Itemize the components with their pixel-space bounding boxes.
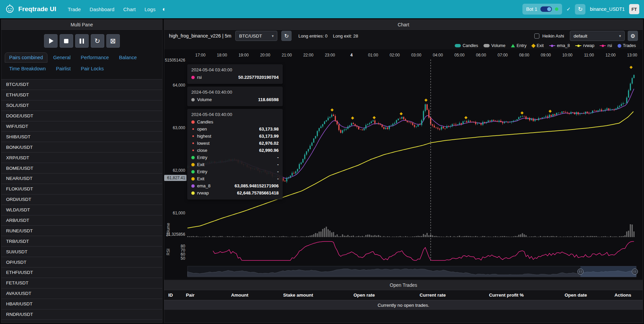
pair-list-item[interactable]: SHIB/USDT xyxy=(1,132,162,142)
svg-text:Volume: Volume xyxy=(166,223,171,236)
candles-marker-icon xyxy=(455,44,461,47)
chart-settings-button[interactable]: ⚙ xyxy=(628,31,638,41)
freqtrade-logo-icon xyxy=(5,3,15,15)
pair-list-item[interactable]: FLOKI/USDT xyxy=(1,184,162,194)
svg-text:09:00: 09:00 xyxy=(541,53,551,57)
strategy-label: high_frog_binance_v226 | 5m xyxy=(169,33,231,39)
svg-text:08:00: 08:00 xyxy=(519,53,529,57)
legend-item-trades[interactable]: Trades xyxy=(618,43,636,48)
theme-toggle-icon[interactable]: ◐ xyxy=(162,6,166,13)
refresh-icon: ↻ xyxy=(284,33,289,39)
pair-list-item[interactable]: RUNE/USDT xyxy=(1,226,162,236)
bot-name: Bot 1 xyxy=(526,6,537,12)
open-trades-panel: Open Trades IDPairAmountStake amountOpen… xyxy=(164,280,643,310)
column-header-amount: Amount xyxy=(214,293,265,298)
tab-balance[interactable]: Balance xyxy=(115,52,141,63)
pair-list-item[interactable]: HBAR/USDT xyxy=(1,299,162,309)
reload-config-button[interactable]: ↻ xyxy=(91,34,104,48)
pair-list-item[interactable]: XRP/USDT xyxy=(1,153,162,163)
pause-button[interactable] xyxy=(75,34,89,48)
chart-canvas: 51505142664,00063,00062,00061,00021,3258… xyxy=(164,49,643,279)
bot-selector[interactable]: Bot 1 xyxy=(522,4,562,15)
tab-performance[interactable]: Performance xyxy=(77,52,113,63)
chart-toolbar: high_frog_binance_v226 | 5m BTC/USDT ▾ ↻… xyxy=(164,30,643,42)
overlay-lines xyxy=(188,89,634,260)
legend-item-candles[interactable]: Candles xyxy=(455,43,478,48)
svg-text:20:00: 20:00 xyxy=(260,53,270,57)
svg-text:50: 50 xyxy=(181,256,186,261)
svg-text:03:00: 03:00 xyxy=(411,53,421,57)
tab-pairlist[interactable]: Pairlist xyxy=(51,64,75,74)
datazoom-slider[interactable] xyxy=(188,266,638,277)
nav-item-trade[interactable]: Trade xyxy=(68,6,81,12)
svg-text:64,000: 64,000 xyxy=(173,83,185,88)
volume-bars xyxy=(187,224,635,237)
svg-text:21:00: 21:00 xyxy=(282,53,292,57)
pair-list-item[interactable]: ORDI/USDT xyxy=(1,194,162,205)
column-header-pair: Pair xyxy=(186,293,214,298)
pair-list-item[interactable]: TRB/USDT xyxy=(1,236,162,247)
pair-list-item[interactable]: FET/USDT xyxy=(1,278,162,288)
pair-list-item[interactable]: SOL/USDT xyxy=(1,100,162,111)
pair-list-item[interactable]: WLD/USDT xyxy=(1,205,162,215)
pair-list-item[interactable]: BOME/USDT xyxy=(1,163,162,173)
stop-button[interactable] xyxy=(60,34,73,48)
svg-text:61,827.41: 61,827.41 xyxy=(167,176,186,180)
heikin-ashi-checkbox[interactable] xyxy=(534,33,539,39)
tab-time-breakdown[interactable]: Time Breakdown xyxy=(5,64,50,74)
chart-title: Chart xyxy=(164,20,643,30)
price-chart[interactable]: 51505142664,00063,00062,00061,00021,3258… xyxy=(164,49,643,279)
start-button[interactable] xyxy=(44,34,58,48)
pair-list-item[interactable]: BONK/USDT xyxy=(1,142,162,153)
long-exits-label: Long exit: 28 xyxy=(333,33,358,39)
pair-list-item[interactable]: NEAR/USDT xyxy=(1,173,162,184)
datazoom-handle xyxy=(578,269,583,275)
pair-select[interactable]: BTC/USDT ▾ xyxy=(235,31,277,41)
tab-pairs-combined[interactable]: Pairs combined xyxy=(5,52,47,63)
plot-config-select[interactable]: default ▾ xyxy=(570,31,625,41)
pair-list-item[interactable]: SUI/USDT xyxy=(1,247,162,257)
svg-text:06:00: 06:00 xyxy=(476,53,486,57)
legend-item-ema_8[interactable]: ema_8 xyxy=(549,43,570,48)
svg-text:19:00: 19:00 xyxy=(238,53,249,57)
cancel-open-orders-button[interactable]: ⊠ xyxy=(106,34,120,48)
pair-list-item[interactable]: AR/USDT xyxy=(1,320,162,323)
multi-pane-title: Multi Pane xyxy=(1,20,162,30)
stop-icon xyxy=(64,39,68,43)
svg-text:17:00: 17:00 xyxy=(195,53,206,57)
svg-text:04:00: 04:00 xyxy=(433,53,443,57)
legend-label: rvwap xyxy=(583,43,594,48)
pair-list-item[interactable]: ARB/USDT xyxy=(1,215,162,226)
pair-list-item[interactable]: RNDR/USDT xyxy=(1,309,162,320)
pair-list-item[interactable]: ETH/USDT xyxy=(1,90,162,100)
avatar[interactable]: FT xyxy=(629,4,639,14)
svg-text:61,000: 61,000 xyxy=(173,211,185,215)
exit-marker-icon xyxy=(531,44,536,48)
tab-pair-locks[interactable]: Pair Locks xyxy=(77,64,108,74)
tab-general[interactable]: General xyxy=(49,52,75,63)
nav-item-chart[interactable]: Chart xyxy=(123,6,136,12)
pair-list: BTC/USDTETH/USDTSOL/USDTDOGE/USDTWIF/USD… xyxy=(1,79,162,323)
pair-list-item[interactable]: DOGE/USDT xyxy=(1,111,162,121)
chart-refresh-button[interactable]: ↻ xyxy=(281,31,292,41)
pair-list-item[interactable]: BTC/USDT xyxy=(1,79,162,90)
pair-list-item[interactable]: ETHFI/USDT xyxy=(1,268,162,278)
legend-label: Exit xyxy=(537,43,544,48)
pair-list-item[interactable]: OP/USDT xyxy=(1,257,162,268)
legend-item-rvwap[interactable]: rvwap xyxy=(575,43,594,48)
bot-toggle[interactable] xyxy=(540,6,552,12)
pair-list-item[interactable]: WIF/USDT xyxy=(1,121,162,132)
nav-item-logs[interactable]: Logs xyxy=(145,6,156,12)
chart-legend: CandlesVolumeEntryExitema_8rvwaprsiTrade… xyxy=(164,42,643,49)
play-icon xyxy=(49,38,53,44)
svg-text:RSI: RSI xyxy=(166,249,171,255)
legend-item-rsi[interactable]: rsi xyxy=(600,43,612,48)
legend-item-exit[interactable]: Exit xyxy=(532,43,544,48)
legend-item-entry[interactable]: Entry xyxy=(511,43,527,48)
exit-marker-icon xyxy=(464,116,467,119)
pair-list-item[interactable]: AVAX/USDT xyxy=(1,288,162,299)
refresh-button[interactable]: ↻ xyxy=(575,4,585,15)
nav-item-dashboard[interactable]: Dashboard xyxy=(90,6,114,12)
rvwap-marker-icon xyxy=(575,45,581,47)
legend-item-volume[interactable]: Volume xyxy=(484,43,506,48)
